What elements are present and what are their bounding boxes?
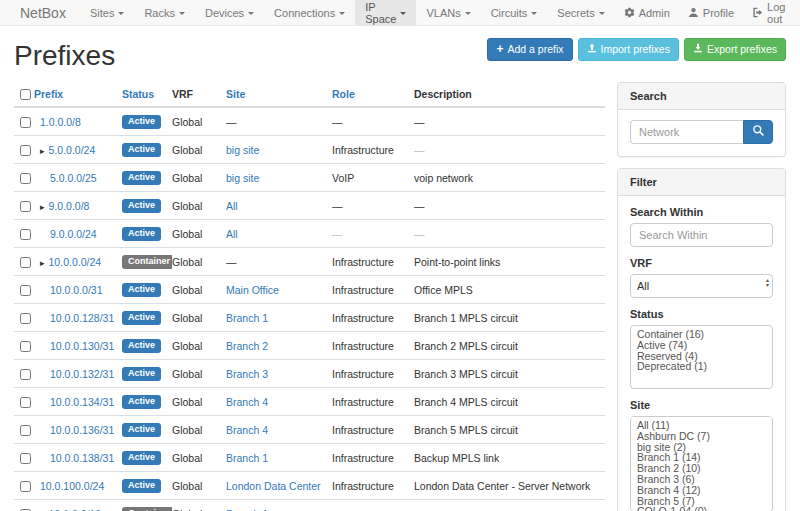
site-link[interactable]: Branch 4 [226,396,268,408]
search-input[interactable] [630,120,743,144]
search-within-input[interactable] [630,223,773,247]
chevron-down-icon [465,12,471,15]
prefix-link[interactable]: 10.0.0.0/31 [50,284,103,296]
status-badge: Container [122,255,172,269]
vrf-cell: Global [172,248,226,276]
nav-item-sites[interactable]: Sites [80,0,134,25]
row-checkbox[interactable] [20,341,31,352]
vrf-cell: Global [172,332,226,360]
site-cell: — [226,107,332,136]
vrf-cell: Global [172,304,226,332]
prefix-link[interactable]: 10.0.0.128/31 [50,312,114,324]
prefix-link[interactable]: 10.1.0.0/16 [49,508,102,511]
role-cell: Infrastructure [332,304,414,332]
site-link[interactable]: All [226,228,238,240]
site-link[interactable]: big site [226,172,259,184]
description-cell: Branch 1 MPLS circuit [414,304,605,332]
site-option[interactable]: Branch 4 (12) [631,485,772,496]
prefix-link[interactable]: 10.0.0.130/31 [50,340,114,352]
site-link[interactable]: All [226,200,238,212]
row-checkbox[interactable] [20,453,31,464]
site-link[interactable]: Branch 2 [226,340,268,352]
expand-arrow-icon: ▸ [40,258,45,268]
status-option[interactable]: Deprecated (1) [631,361,772,372]
empty-value-dash: — [226,116,237,128]
row-checkbox[interactable] [20,145,31,156]
site-link[interactable]: big site [226,144,259,156]
prefix-link[interactable]: 10.0.0.138/31 [50,452,114,464]
row-checkbox[interactable] [20,369,31,380]
site-link[interactable]: Branch 1 [226,452,268,464]
import-icon [587,43,597,56]
nav-profile[interactable]: Profile [679,0,743,25]
site-link[interactable]: Branch 4 [226,424,268,436]
prefix-cell: 10.0.0.132/31 [34,360,122,388]
filter-panel-body: Search Within VRF All ▴▾ Status Containe… [618,196,785,511]
prefix-link[interactable]: 5.0.0.0/24 [49,144,96,156]
row-checkbox-cell [14,304,34,332]
site-option[interactable]: Ashburn DC (7) [631,431,772,442]
search-button[interactable] [743,120,773,144]
prefix-cell: 10.0.0.136/31 [34,416,122,444]
import-prefixes-button[interactable]: Import prefixes [578,38,679,61]
column-header-role[interactable]: Role [332,82,414,107]
row-checkbox[interactable] [20,201,31,212]
prefix-cell: ▸9.0.0.0/8 [34,192,122,220]
prefix-link[interactable]: 1.0.0.0/8 [40,116,81,128]
row-checkbox[interactable] [20,229,31,240]
role-cell: — [332,107,414,136]
site-link[interactable]: Branch 1 [226,508,268,511]
site-link[interactable]: Branch 3 [226,368,268,380]
nav-item-circuits[interactable]: Circuits [481,0,548,25]
nav-item-ip-space[interactable]: IP Space [355,0,416,25]
nav-item-devices[interactable]: Devices [195,0,264,25]
prefix-cell: 9.0.0.0/24 [34,220,122,248]
page-title: Prefixes [14,40,115,72]
status-badge: Container [122,507,172,511]
row-checkbox-cell [14,220,34,248]
export-prefixes-button[interactable]: Export prefixes [684,38,786,61]
row-checkbox-cell [14,388,34,416]
row-checkbox[interactable] [20,117,31,128]
row-checkbox[interactable] [20,425,31,436]
add-prefix-button[interactable]: + Add a prefix [487,38,572,61]
vrf-select[interactable]: All [630,274,773,298]
site-link[interactable]: Branch 1 [226,312,268,324]
nav-item-connections[interactable]: Connections [264,0,355,25]
row-checkbox[interactable] [20,313,31,324]
row-checkbox[interactable] [20,257,31,268]
app-logo[interactable]: NetBox [0,0,80,25]
select-all-checkbox[interactable] [20,89,31,100]
nav-log-out[interactable]: Log out [743,0,794,25]
row-checkbox[interactable] [20,481,31,492]
prefix-link[interactable]: 10.0.100.0/24 [40,480,104,492]
prefix-link[interactable]: 10.0.0.136/31 [50,424,114,436]
prefix-link[interactable]: 9.0.0.0/8 [49,200,90,212]
nav-item-secrets[interactable]: Secrets [547,0,614,25]
prefix-link[interactable]: 10.0.0.134/31 [50,396,114,408]
status-badge: Active [122,423,161,437]
prefix-link[interactable]: 10.0.0.0/24 [49,256,102,268]
row-checkbox[interactable] [20,397,31,408]
column-header-status[interactable]: Status [122,82,172,107]
status-option[interactable]: Active (74) [631,340,772,351]
column-header-site[interactable]: Site [226,82,332,107]
prefix-table-body: 1.0.0.0/8ActiveGlobal———▸5.0.0.0/24Activ… [14,107,605,511]
nav-item-racks[interactable]: Racks [134,0,195,25]
site-link[interactable]: London Data Center [226,480,321,492]
site-option[interactable]: COLO-1-04 (0) [631,506,772,511]
nav-item-vlans[interactable]: VLANs [416,0,480,25]
nav-admin[interactable]: Admin [615,0,679,25]
column-header-prefix[interactable]: Prefix [34,82,122,107]
site-link[interactable]: Main Office [226,284,279,296]
row-checkbox[interactable] [20,285,31,296]
site-listbox[interactable]: All (11)Ashburn DC (7)big site (2)Branch… [630,416,773,511]
status-listbox[interactable]: Container (16)Active (74)Reserved (4)Dep… [630,325,773,389]
row-checkbox-cell [14,136,34,164]
navbar-user-menu: AdminProfileLog out [615,0,795,25]
prefix-link[interactable]: 9.0.0.0/24 [50,228,97,240]
prefix-link[interactable]: 10.0.0.132/31 [50,368,114,380]
status-badge: Active [122,227,161,241]
prefix-link[interactable]: 5.0.0.0/25 [50,172,97,184]
row-checkbox[interactable] [20,173,31,184]
